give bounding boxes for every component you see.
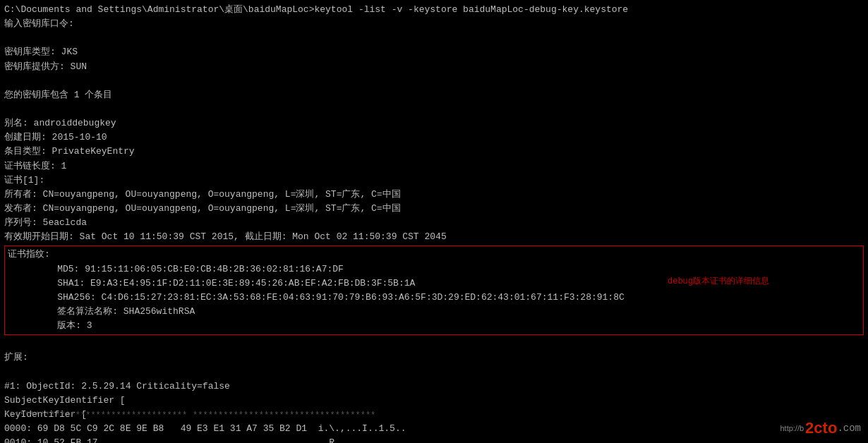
password-prompt: 输入密钥库口令: bbox=[4, 17, 864, 31]
blank-line-3 bbox=[4, 102, 864, 116]
fingerprint-box: 证书指纹: MD5: 91:15:11:06:05:CB:E0:CB:4B:2B… bbox=[4, 245, 864, 335]
fingerprint-header: 证书指纹: bbox=[8, 248, 860, 262]
blank-line-4 bbox=[4, 336, 864, 351]
debug-cert-label: debug版本证书的详细信息 bbox=[668, 275, 769, 287]
logo-http-text: http://b bbox=[780, 424, 804, 432]
serial-number: 序列号: 5eaclcda bbox=[4, 216, 864, 230]
cert-label: 证书[1]: bbox=[4, 174, 864, 188]
blank-line-2 bbox=[4, 74, 864, 88]
watermark-area: ************************************ ***… bbox=[0, 410, 868, 422]
subject-key-identifier: SubjectKeyIdentifier [ bbox=[4, 394, 864, 408]
watermark-line-2: ************************************ bbox=[193, 411, 375, 420]
fingerprint-sha256: SHA256: C4:D6:15:27:23:81:EC:3A:53:68:FE… bbox=[8, 291, 860, 305]
blank-line-1 bbox=[4, 31, 864, 45]
objectid: #1: ObjectId: 2.5.29.14 Criticality=fals… bbox=[4, 380, 864, 394]
cert-chain-length: 证书链长度: 1 bbox=[4, 159, 864, 174]
hex-0000: 0000: 69 D8 5C C9 2C 8E 9E B8 49 E3 E1 3… bbox=[4, 422, 864, 436]
owner: 所有者: CN=ouyangpeng, OU=ouyangpeng, O=ouy… bbox=[4, 188, 864, 202]
issuer: 发布者: CN=ouyangpeng, OU=ouyangpeng, O=ouy… bbox=[4, 202, 864, 216]
validity: 有效期开始日期: Sat Oct 10 11:50:39 CST 2015, 截… bbox=[4, 230, 864, 244]
sig-algorithm: 签名算法名称: SHA256withRSA bbox=[8, 305, 860, 319]
fingerprint-md5: MD5: 91:15:11:06:05:CB:E0:CB:4B:2B:36:02… bbox=[8, 262, 860, 277]
blank-line-5 bbox=[4, 365, 864, 380]
keystore-provider: 密钥库提供方: SUN bbox=[4, 60, 864, 74]
terminal-window: C:\Documents and Settings\Administrator\… bbox=[0, 0, 868, 443]
logo-area: http://b 2cto .com bbox=[780, 419, 861, 437]
entry-type: 条目类型: PrivateKeyEntry bbox=[4, 145, 864, 159]
logo-com-text: .com bbox=[837, 423, 861, 434]
alias: 别名: androiddebugkey bbox=[4, 116, 864, 131]
hex-0010: 0010: 10 52 FB 17 .R.. bbox=[4, 436, 864, 443]
version: 版本: 3 bbox=[8, 319, 860, 333]
extensions-label: 扩展: bbox=[4, 351, 864, 365]
creation-date: 创建日期: 2015-10-10 bbox=[4, 131, 864, 145]
logo-2cto-text: 2cto bbox=[805, 419, 837, 437]
command-line: C:\Documents and Settings\Administrator\… bbox=[4, 3, 864, 17]
keystore-type: 密钥库类型: JKS bbox=[4, 45, 864, 59]
watermark-line-1: ************************************ bbox=[4, 411, 187, 420]
keystore-contains: 您的密钥库包含 1 个条目 bbox=[4, 88, 864, 102]
